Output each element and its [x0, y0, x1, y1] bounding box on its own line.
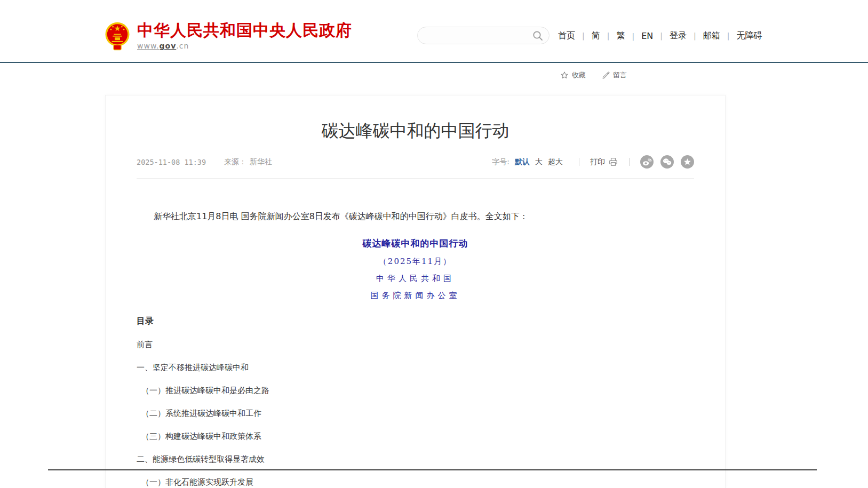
nav-english[interactable]: EN	[625, 31, 653, 41]
china-national-emblem-icon	[104, 21, 131, 52]
toc-heading: 目录	[137, 316, 694, 327]
font-size-label: 字号:	[492, 157, 509, 167]
weibo-share-icon[interactable]	[640, 155, 654, 169]
article-title: 碳达峰碳中和的中国行动	[137, 119, 694, 142]
document-title: 碳达峰碳中和的中国行动	[137, 237, 694, 250]
pencil-icon	[602, 71, 610, 79]
viewport-bottom-divider	[48, 469, 817, 470]
printer-icon	[608, 157, 618, 167]
toc-item-chapter1-2: （二）系统推进碳达峰碳中和工作	[137, 408, 694, 419]
font-size-large[interactable]: 大	[535, 157, 543, 167]
toc-item-preface: 前言	[137, 339, 694, 350]
font-size-xlarge[interactable]: 超大	[548, 157, 563, 167]
site-title: 中华人民共和国中央人民政府	[137, 21, 352, 39]
header-nav: 首页 简 繁 EN 登录 邮箱 无障碍	[558, 30, 762, 42]
toc-item-chapter1-3: （三）构建碳达峰碳中和政策体系	[137, 431, 694, 442]
site-header: 中华人民共和国中央人民政府 www.gov.cn 首页 简 繁 EN 登录 邮箱…	[0, 0, 868, 63]
divider	[579, 158, 579, 166]
print-button[interactable]: 打印	[590, 157, 618, 167]
document-date: （2025年11月）	[137, 257, 694, 267]
site-url-gov: gov	[160, 42, 177, 50]
site-url[interactable]: www.gov.cn	[137, 42, 352, 50]
nav-accessibility[interactable]: 无障碍	[720, 30, 762, 42]
article-intro: 新华社北京11月8日电 国务院新闻办公室8日发布《碳达峰碳中和的中国行动》白皮书…	[137, 210, 694, 223]
message-label: 留言	[613, 70, 627, 80]
toc-item-chapter1-1: （一）推进碳达峰碳中和是必由之路	[137, 385, 694, 396]
site-url-cn: .cn	[176, 42, 189, 50]
font-size-default[interactable]: 默认	[515, 157, 530, 167]
site-url-www: www.	[137, 42, 160, 50]
star-outline-icon	[560, 71, 569, 79]
favorite-button[interactable]: 收藏	[560, 70, 586, 80]
toc-item-chapter2-1: （一）非化石能源实现跃升发展	[137, 477, 694, 487]
message-button[interactable]: 留言	[602, 70, 627, 80]
search-icon[interactable]	[532, 30, 544, 42]
source-value[interactable]: 新华社	[250, 157, 272, 167]
star-share-icon[interactable]	[681, 155, 694, 169]
document-org-line1: 中华人民共和国	[137, 274, 694, 284]
nav-home[interactable]: 首页	[558, 30, 575, 42]
nav-traditional[interactable]: 繁	[600, 30, 625, 42]
divider	[629, 158, 630, 166]
article-meta-left: 2025-11-08 11:39 来源： 新华社	[137, 157, 272, 167]
search-box	[417, 27, 550, 44]
wechat-share-icon[interactable]	[660, 155, 674, 169]
document-org-line2: 国务院新闻办公室	[137, 291, 694, 301]
article-meta-right: 字号: 默认 大 超大 打印	[492, 155, 694, 169]
article-meta-row: 2025-11-08 11:39 来源： 新华社 字号: 默认 大 超大 打印	[137, 155, 694, 179]
search-input[interactable]	[426, 31, 532, 41]
article-card: 碳达峰碳中和的中国行动 2025-11-08 11:39 来源： 新华社 字号:…	[105, 95, 726, 488]
toc-item-chapter2: 二、能源绿色低碳转型取得显著成效	[137, 454, 694, 465]
print-label: 打印	[590, 157, 605, 167]
toc-item-chapter1: 一、坚定不移推进碳达峰碳中和	[137, 362, 694, 373]
nav-login[interactable]: 登录	[653, 30, 687, 42]
favorite-label: 收藏	[572, 70, 586, 80]
page-actions: 收藏 留言	[560, 70, 627, 80]
site-logo[interactable]: 中华人民共和国中央人民政府 www.gov.cn	[104, 21, 352, 52]
source-label: 来源：	[224, 157, 246, 167]
nav-simplified[interactable]: 简	[575, 30, 600, 42]
nav-mail[interactable]: 邮箱	[687, 30, 720, 42]
publish-date: 2025-11-08 11:39	[137, 158, 206, 166]
share-icons	[640, 155, 694, 169]
